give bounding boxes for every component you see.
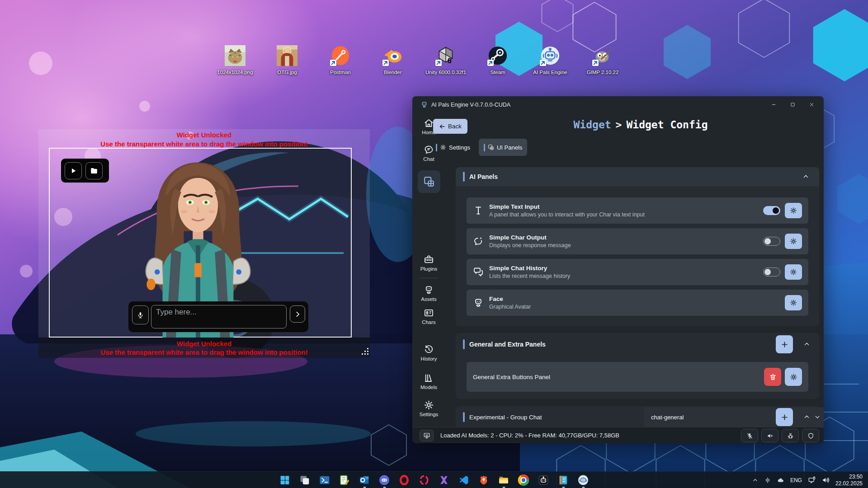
add-group-chat-button[interactable] bbox=[776, 408, 793, 426]
collapse-section-button[interactable] bbox=[802, 173, 809, 180]
opera-gx-icon bbox=[419, 474, 430, 486]
desktop-icon-label: GIMP 2.10.22 bbox=[582, 70, 623, 75]
sidebar-item-chars[interactable]: Chars bbox=[412, 308, 445, 325]
group-chat-dropdown[interactable]: chat-general bbox=[644, 407, 824, 427]
text-cursor-icon bbox=[473, 205, 484, 216]
sidebar-item-history[interactable]: History bbox=[412, 344, 445, 361]
bug-icon bbox=[787, 432, 794, 439]
microphone-off-icon bbox=[746, 432, 753, 439]
taskbar-icon-powershell[interactable] bbox=[319, 474, 331, 486]
collapse-section-button[interactable] bbox=[803, 341, 810, 347]
breadcrumb-parent[interactable]: Widget bbox=[574, 119, 611, 131]
desktop-icon-label: Unity 6000.0.32f1 bbox=[425, 70, 466, 75]
sidebar-item-plugins[interactable]: Plugins bbox=[412, 254, 445, 272]
window-titlebar[interactable]: AI Pals Engine V-0.7.0.0-CUDA bbox=[412, 96, 824, 113]
widget-resize-grip[interactable] bbox=[361, 347, 369, 355]
shortcut-arrow-icon bbox=[382, 60, 389, 66]
chevron-up-icon bbox=[803, 413, 810, 420]
id-card-icon bbox=[424, 308, 434, 318]
widget-text-input[interactable] bbox=[151, 305, 287, 328]
tray-speaker-icon[interactable] bbox=[822, 476, 830, 484]
speaker-mute-button[interactable] bbox=[761, 429, 778, 442]
maximize-button[interactable] bbox=[783, 96, 802, 113]
taskbar: ENG 23:50 22.02.2025 bbox=[0, 471, 868, 488]
taskbar-icon-robot-app[interactable] bbox=[538, 474, 550, 486]
taskbar-icon-vscode[interactable] bbox=[458, 474, 470, 486]
taskbar-icon-chrome[interactable] bbox=[518, 474, 530, 486]
widget-play-button[interactable] bbox=[65, 162, 82, 179]
panel-card-simple-chat-history: Simple Chat History Lists the recent mes… bbox=[467, 259, 808, 285]
taskbar-task-view-button[interactable] bbox=[299, 474, 311, 486]
desktop-icon-unity[interactable]: 6 Unity 6000.0.32f1 bbox=[425, 45, 466, 75]
gear-icon bbox=[424, 400, 434, 410]
back-button[interactable]: Back bbox=[433, 119, 467, 134]
taskbar-icon-opera[interactable] bbox=[398, 474, 410, 486]
sidebar-item-widget-active[interactable] bbox=[418, 170, 440, 193]
mic-mute-button[interactable] bbox=[741, 429, 758, 442]
tray-onedrive-cloud-icon[interactable] bbox=[777, 477, 784, 484]
desktop-icon-label: Postman bbox=[320, 70, 361, 75]
play-icon bbox=[69, 167, 77, 175]
system-monitor-button[interactable] bbox=[420, 430, 434, 441]
tray-language-indicator[interactable]: ENG bbox=[790, 477, 802, 483]
simple-text-input-settings-button[interactable] bbox=[785, 203, 802, 218]
widget-mic-button[interactable] bbox=[132, 305, 149, 324]
desktop-icon-blender[interactable]: Blender bbox=[373, 45, 413, 75]
blender-icon bbox=[382, 45, 403, 66]
shortcut-arrow-icon bbox=[435, 60, 442, 66]
tray-network-icon[interactable] bbox=[808, 476, 816, 484]
widget-send-button[interactable] bbox=[290, 305, 305, 323]
taskbar-icon-brave[interactable] bbox=[478, 474, 490, 486]
gear-icon bbox=[440, 144, 446, 150]
simple-chat-history-toggle[interactable] bbox=[763, 267, 780, 277]
taskbar-icon-opera-gx[interactable] bbox=[418, 474, 430, 486]
taskbar-icon-discord[interactable] bbox=[378, 474, 391, 486]
sidebar-item-assets[interactable]: Assets bbox=[412, 285, 445, 302]
desktop-icon-painting-image[interactable]: OTG.jpg bbox=[267, 45, 307, 75]
section-header-experimental[interactable]: Experimental - Group Chat chat-general bbox=[456, 406, 819, 428]
taskbar-start-button[interactable] bbox=[279, 474, 291, 486]
desktop-icon-gimp[interactable]: GIMP 2.10.22 bbox=[582, 45, 623, 75]
taskbar-icon-x-app[interactable] bbox=[438, 474, 450, 486]
desktop-icon-cat-image[interactable]: 1024x1024.png bbox=[215, 45, 255, 75]
section-header-general-panels[interactable]: General and Extra Panels bbox=[456, 333, 819, 356]
chevron-up-icon bbox=[803, 341, 810, 347]
taskbar-icon-file-explorer[interactable] bbox=[498, 474, 510, 486]
security-button[interactable] bbox=[802, 429, 819, 442]
outlook-icon bbox=[359, 474, 370, 486]
panel-settings-button[interactable] bbox=[785, 368, 802, 386]
gear-icon bbox=[790, 373, 797, 381]
taskbar-icon-ai-pals-engine[interactable] bbox=[577, 474, 590, 486]
trash-icon bbox=[769, 373, 777, 381]
collapse-section-button[interactable] bbox=[803, 413, 810, 420]
desktop-icon-steam[interactable]: Steam bbox=[477, 45, 518, 75]
desktop-icon-ai-pals-engine[interactable]: AI Pals Engine bbox=[530, 45, 571, 75]
tray-clock[interactable]: 23:50 22.02.2025 bbox=[835, 474, 863, 487]
taskbar-icon-notepad-plus-plus[interactable] bbox=[339, 474, 351, 486]
tab-ui-panels[interactable]: UI Panels bbox=[479, 139, 527, 156]
widget-open-folder-button[interactable] bbox=[85, 162, 103, 179]
sidebar-item-models[interactable]: Models bbox=[412, 373, 445, 390]
delete-panel-button[interactable] bbox=[764, 368, 781, 386]
shortcut-arrow-icon bbox=[592, 60, 599, 66]
simple-char-output-toggle[interactable] bbox=[763, 237, 780, 246]
taskbar-icon-outlook[interactable] bbox=[359, 474, 371, 486]
chevron-right-icon bbox=[294, 311, 301, 318]
debug-button[interactable] bbox=[782, 429, 799, 442]
add-panel-button[interactable] bbox=[776, 335, 793, 353]
close-button[interactable] bbox=[802, 96, 821, 113]
simple-char-output-settings-button[interactable] bbox=[785, 234, 802, 249]
section-header-ai-panels[interactable]: AI Panels bbox=[456, 167, 819, 186]
taskbar-icon-notes-app[interactable] bbox=[557, 474, 570, 486]
sidebar-item-settings[interactable]: Settings bbox=[412, 400, 445, 417]
simple-chat-history-settings-button[interactable] bbox=[785, 264, 802, 280]
face-settings-button[interactable] bbox=[785, 295, 802, 310]
simple-text-input-toggle[interactable] bbox=[763, 206, 780, 215]
desktop-icon-postman[interactable]: Postman bbox=[320, 45, 361, 75]
plus-icon bbox=[781, 341, 788, 348]
tab-settings[interactable]: Settings bbox=[431, 139, 475, 156]
minimize-button[interactable] bbox=[764, 96, 783, 113]
tray-show-hidden-icons-chevron[interactable] bbox=[752, 477, 758, 483]
toggle-knob bbox=[764, 269, 771, 275]
tray-dots-grid-icon[interactable] bbox=[764, 477, 771, 484]
